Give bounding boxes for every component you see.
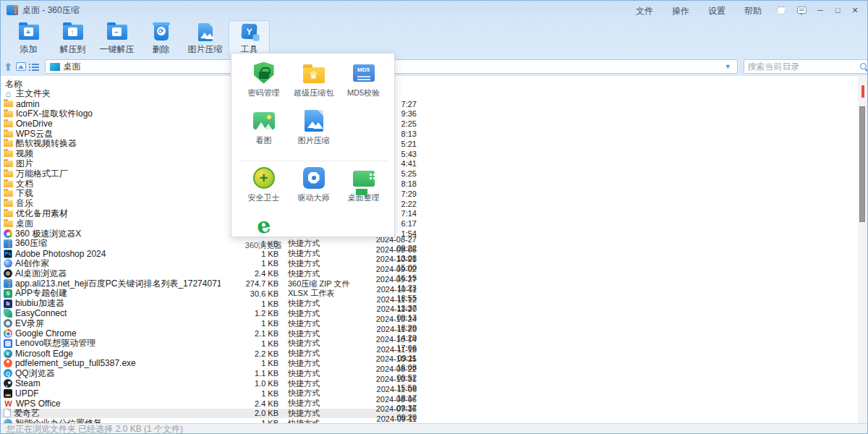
folder-file-icon	[4, 149, 13, 158]
xlsx-file-icon: S	[4, 289, 12, 298]
search-input[interactable]	[748, 61, 860, 72]
image-viewer-icon	[252, 109, 276, 132]
file-row-26[interactable]: eMicrosoft Edge2.2 KB快捷方式2024-11-18 09:1…	[1, 349, 417, 359]
file-row-29[interactable]: Steam1.0 KB快捷方式2024-10-31 15:59	[1, 378, 417, 388]
address-row: ⬆ 桌面 ▼	[1, 59, 867, 75]
list-view-icon	[29, 62, 39, 71]
toolbar-button-extract-to[interactable]: ↑解压到	[52, 20, 93, 56]
tools-panel-item-image-compress-doc[interactable]: 图片压缩	[289, 109, 339, 153]
tools-panel-item-desktop-organize[interactable]: 桌面整理	[339, 166, 388, 210]
theme-skin-button[interactable]	[773, 4, 790, 17]
file-type: 快捷方式	[288, 318, 357, 329]
file-row-21[interactable]: bbiubiu加速器1 KB快捷方式2024-11-12 13:37	[1, 299, 417, 309]
search-icon[interactable]	[860, 63, 868, 71]
aibrowser-file-icon	[4, 269, 12, 278]
close-button[interactable]: ✕	[847, 3, 863, 17]
maximize-button[interactable]: □	[830, 3, 846, 17]
desktop-organize-icon	[352, 166, 375, 190]
search-box[interactable]	[744, 59, 868, 74]
address-dropdown-caret[interactable]: ▼	[725, 63, 733, 70]
file-type: 快捷方式	[288, 348, 357, 359]
file-size: 2.4 KB	[221, 399, 278, 408]
toolbar-button-image-compress[interactable]: 图片压缩	[184, 20, 226, 56]
file-type: 360压缩 ZIP 文件	[288, 278, 357, 289]
tools-panel-item-safe-guard[interactable]: 安全卫士	[239, 166, 289, 210]
tools-panel-item-label: 桌面整理	[348, 192, 380, 203]
folder-file-icon	[4, 99, 13, 109]
up-arrow-icon: ⬆	[4, 61, 13, 72]
file-row-23[interactable]: EV录屏1 KB快捷方式2024-10-24 18:29	[1, 318, 417, 328]
file-size: 1.1 KB	[221, 369, 278, 378]
status-text: 您正在浏览文件夹 已经选择 2.0 KB (1 个文件)	[1, 423, 183, 434]
file-size: 2.2 KB	[221, 349, 278, 358]
toolbar-button-label: 删除	[153, 43, 170, 56]
menu-0[interactable]: 文件	[626, 3, 663, 19]
folder-file-icon	[4, 209, 13, 218]
menu-1[interactable]: 操作	[663, 3, 699, 19]
file-type: XLSX 工作表	[288, 288, 357, 299]
aiwriter-file-icon	[4, 259, 12, 268]
file-size: 2.0 KB	[221, 409, 278, 417]
file-type: 快捷方式	[288, 298, 357, 309]
list-view-button[interactable]	[29, 60, 39, 73]
folder-file-icon	[4, 159, 13, 169]
file-type: 快捷方式	[288, 338, 357, 349]
shirt-icon	[777, 7, 786, 14]
toolbar-button-delete-trash[interactable]: 删除	[140, 20, 182, 56]
toolbar-button-label: 添加	[20, 43, 38, 56]
tools-panel-item-driver-master[interactable]: 驱动大师	[289, 166, 339, 210]
thumbnail-view-button[interactable]	[16, 60, 26, 73]
super-zip-icon: ♛	[302, 61, 326, 85]
file-type: 快捷方式	[288, 328, 357, 339]
file-row-28[interactable]: QQQ浏览器1.1 KB快捷方式2024-08-22 09:52	[1, 368, 417, 378]
doc-file-icon	[4, 409, 11, 417]
file-type: 快捷方式	[288, 408, 357, 419]
tools-panel-item-super-zip[interactable]: ♛超级压缩包	[289, 61, 339, 106]
tools-panel-item-image-viewer[interactable]: 看图	[239, 109, 289, 153]
file-name: Steam	[15, 378, 41, 388]
file-type: 快捷方式	[288, 418, 357, 423]
file-row-30[interactable]: UPDF1 KB快捷方式2024-11-06 18:17	[1, 388, 417, 399]
scrollbar-marker	[861, 85, 864, 98]
file-size: 2.4 KB	[221, 269, 278, 278]
tools-panel-item-label: 密码管理	[248, 88, 280, 98]
file-size: 1 KB	[221, 389, 278, 398]
file-type: 快捷方式	[288, 388, 357, 399]
file-name: UPDF	[15, 388, 39, 399]
menu-2[interactable]: 设置	[699, 3, 735, 19]
lenovo-file-icon	[4, 339, 12, 348]
updf-file-icon	[4, 389, 12, 398]
feedback-button[interactable]	[793, 4, 810, 17]
folder-file-icon	[4, 199, 13, 208]
file-date: 2024-09-11 10:22	[360, 414, 417, 423]
tools-dropdown-panel: 密码管理♛超级压缩包MD5MD5校验看图图片压缩安全卫士驱动大师桌面整理e360…	[231, 53, 395, 237]
tools-cube-icon: Y	[239, 22, 260, 42]
password-shield-icon	[252, 61, 276, 85]
md5-check-icon: MD5	[352, 61, 375, 85]
tools-panel-item-md5-check[interactable]: MD5MD5校验	[339, 61, 388, 106]
status-bar: 您正在浏览文件夹 已经选择 2.0 KB (1 个文件)	[1, 423, 867, 434]
minimize-button[interactable]: ─	[812, 3, 828, 17]
browser360x-file-icon	[4, 229, 12, 238]
file-type: 快捷方式	[288, 368, 357, 379]
tools-panel-item-password-shield[interactable]: 密码管理	[239, 61, 289, 106]
toolbar-button-add-folder[interactable]: +添加	[8, 20, 49, 56]
toolbar-button-one-click-extract[interactable]: −一键解压	[96, 20, 137, 56]
vertical-scrollbar[interactable]	[858, 76, 867, 423]
file-size: 1 KB	[221, 339, 278, 348]
extract-to-icon: ↑	[62, 22, 84, 42]
steam-file-icon	[4, 379, 12, 388]
safe-guard-icon	[252, 166, 276, 190]
edge-file-icon: e	[4, 349, 12, 358]
column-header-name[interactable]: 名称	[1, 76, 859, 89]
file-row-25[interactable]: Lenovo联想驱动管理1 KB快捷方式2024-10-14 17:06	[1, 339, 417, 349]
up-directory-button[interactable]: ⬆	[4, 60, 13, 73]
file-type: 快捷方式	[288, 268, 357, 279]
tools-panel-item-browser-360[interactable]: e360浏览器	[239, 213, 289, 258]
folder-file-icon	[4, 109, 13, 119]
toolbar-button-tools-cube[interactable]: Y工具	[229, 20, 270, 56]
title-bar: 桌面 - 360压缩 文件操作设置帮助 ─ □ ✕	[1, 1, 867, 20]
menu-3[interactable]: 帮助	[735, 3, 771, 19]
scrollbar-thumb[interactable]	[859, 106, 865, 222]
file-name-cell: Steam	[1, 378, 221, 388]
